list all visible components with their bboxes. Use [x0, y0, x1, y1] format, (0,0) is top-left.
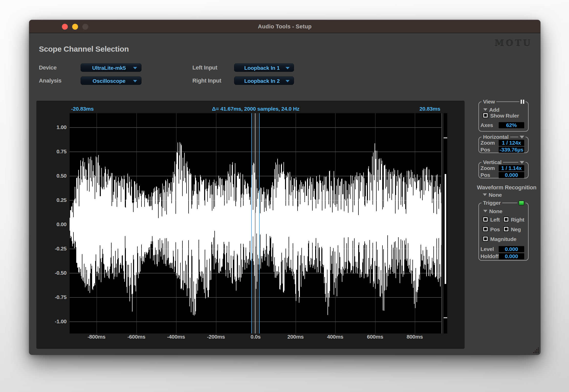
x-tick-label: -800ms: [79, 334, 114, 340]
x-tick-label: 400ms: [317, 334, 353, 340]
y-tick-label: -0.50: [36, 270, 67, 276]
range-min-tick: [444, 317, 447, 318]
view-group-title: View: [482, 98, 496, 105]
oscilloscope-display[interactable]: [70, 113, 442, 333]
trigger-neg-label: Neg: [511, 226, 521, 233]
trigger-magnitude-checkbox[interactable]: [483, 237, 488, 241]
app-window: Audio Tools - Setup MOTU Scope Channel S…: [29, 20, 540, 355]
vertical-zoom-label: Zoom: [480, 165, 495, 171]
left-input-label: Left Input: [192, 63, 217, 72]
device-value: UltraLite-mk5: [81, 64, 133, 72]
right-input-dropdown[interactable]: Loopback In 2: [234, 76, 294, 85]
trigger-group-title: Trigger: [482, 200, 502, 206]
trigger-neg-checkbox[interactable]: [504, 227, 508, 231]
trigger-pos-checkbox[interactable]: [483, 227, 488, 231]
horizontal-pos-label: Pos: [480, 147, 490, 153]
show-ruler-label: Show Ruler: [490, 113, 519, 119]
analysis-dropdown[interactable]: Oscilloscope: [81, 76, 141, 85]
analysis-label: Analysis: [39, 76, 61, 85]
chevron-down-icon: [520, 161, 524, 164]
axes-value-field[interactable]: 62%: [499, 122, 524, 128]
x-tick-label: -400ms: [158, 334, 194, 340]
trigger-level-field[interactable]: 0.000: [499, 246, 524, 252]
trigger-level-label: Level: [480, 246, 494, 252]
ruler-right-time: 20.83ms: [70, 106, 440, 112]
trigger-pos-label: Pos: [490, 226, 500, 233]
range-max-tick: [444, 137, 447, 138]
trigger-right-checkbox[interactable]: [504, 217, 508, 222]
show-ruler-checkbox[interactable]: [483, 113, 488, 118]
trigger-status: [517, 200, 526, 206]
left-input-value: Loopback In 1: [234, 64, 285, 72]
horizontal-collapse-button[interactable]: [518, 134, 526, 140]
trigger-left-checkbox[interactable]: [483, 217, 488, 222]
x-tick-label: 200ms: [278, 334, 313, 340]
pause-icon: [523, 100, 524, 104]
scope-panel: -20.83ms Δ= 41.67ms, 2000 samples, 24.0 …: [36, 101, 465, 349]
y-tick-label: 0.75: [36, 148, 67, 155]
device-dropdown[interactable]: UltraLite-mk5: [81, 63, 141, 72]
add-dropdown[interactable]: Add: [489, 107, 499, 113]
trigger-group: Trigger None Left Right Pos Neg Magnitud…: [478, 203, 529, 261]
vertical-range-scrollbar[interactable]: [444, 113, 447, 333]
trigger-holdoff-field[interactable]: 0.000: [499, 253, 524, 259]
window-title: Audio Tools - Setup: [29, 20, 540, 33]
y-tick-label: 0.25: [36, 197, 67, 203]
x-tick-label: 0.0s: [238, 334, 273, 340]
pause-icon: [521, 100, 522, 104]
y-tick-label: -1.00: [36, 318, 67, 325]
y-tick-label: -0.75: [36, 294, 67, 300]
x-tick-label: 600ms: [357, 334, 393, 340]
chevron-down-icon: [133, 67, 137, 69]
vertical-pos-label: Pos: [480, 172, 490, 178]
analysis-value: Oscilloscope: [81, 77, 133, 85]
visible-range-bar[interactable]: [445, 174, 446, 284]
resize-grip[interactable]: [532, 347, 539, 353]
vertical-zoom-field[interactable]: 1 / 1.14x: [499, 165, 524, 171]
axes-label: Axes: [480, 122, 493, 128]
waveform-recognition-dropdown-arrow-icon[interactable]: [483, 193, 487, 196]
trigger-led-icon: [519, 201, 524, 205]
chevron-down-icon: [286, 80, 290, 82]
right-input-label: Right Input: [192, 76, 221, 85]
motu-logo: MOTU: [495, 38, 532, 48]
x-tick-label: 800ms: [397, 334, 433, 340]
vertical-pos-field[interactable]: 0.000: [499, 172, 524, 178]
x-tick-label: -200ms: [198, 334, 234, 340]
add-dropdown-arrow-icon[interactable]: [483, 108, 487, 111]
trigger-mode-arrow-icon[interactable]: [483, 210, 487, 212]
chevron-down-icon: [133, 80, 137, 82]
x-tick-label: -600ms: [118, 334, 154, 340]
trigger-holdoff-label: Holdoff: [480, 253, 499, 259]
chevron-down-icon: [286, 67, 290, 69]
page-title: Scope Channel Selection: [39, 45, 129, 53]
view-group: View Add Show Ruler Axes 62%: [478, 101, 529, 132]
horizontal-group: Horizontal Zoom 1 / 124x Pos -339.76µs: [478, 137, 529, 153]
trigger-magnitude-label: Magnitude: [490, 236, 516, 242]
y-tick-label: -0.25: [36, 246, 67, 252]
vertical-group-title: Vertical: [482, 159, 503, 166]
horizontal-group-title: Horizontal: [482, 134, 510, 140]
horizontal-zoom-label: Zoom: [480, 140, 495, 146]
trigger-right-label: Right: [511, 217, 524, 223]
left-input-dropdown[interactable]: Loopback In 1: [234, 63, 294, 72]
y-tick-label: 0.00: [36, 221, 67, 227]
y-tick-label: 0.50: [36, 173, 67, 179]
y-tick-label: 1.00: [36, 124, 67, 130]
device-label: Device: [39, 63, 57, 72]
right-input-value: Loopback In 2: [234, 77, 285, 85]
waveform-recognition-label: Waveform Recognition: [477, 184, 537, 191]
vertical-group: Vertical Zoom 1 / 1.14x Pos 0.000: [478, 162, 529, 178]
window-titlebar[interactable]: Audio Tools - Setup: [29, 20, 540, 33]
trigger-left-label: Left: [490, 217, 500, 223]
horizontal-zoom-field[interactable]: 1 / 124x: [499, 140, 524, 146]
vertical-collapse-button[interactable]: [518, 159, 526, 165]
horizontal-pos-field[interactable]: -339.76µs: [499, 147, 524, 153]
pause-button[interactable]: [519, 99, 526, 105]
waveform-recognition-dropdown[interactable]: None: [489, 192, 502, 198]
chevron-down-icon: [520, 136, 524, 139]
trigger-mode-dropdown[interactable]: None: [489, 208, 502, 214]
